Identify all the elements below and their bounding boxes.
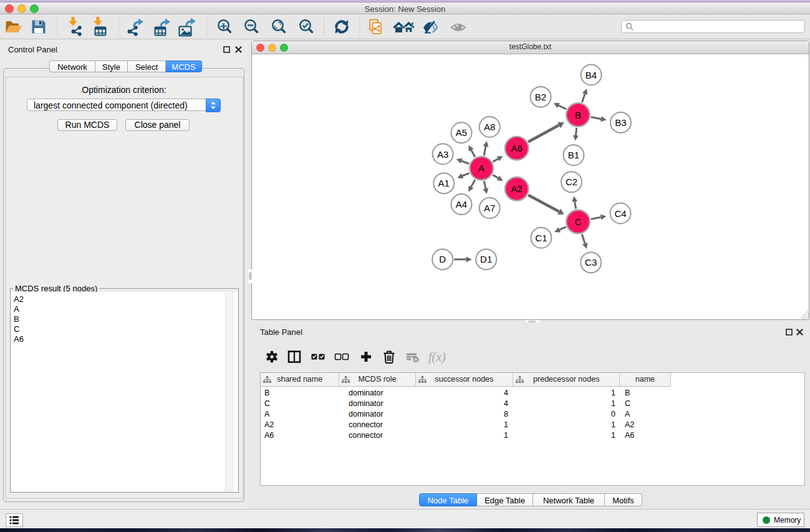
svg-text:B4: B4 xyxy=(586,70,597,80)
svg-text:C1: C1 xyxy=(535,233,547,243)
svg-text:B2: B2 xyxy=(535,92,546,102)
svg-text:A: A xyxy=(478,163,485,173)
svg-text:A8: A8 xyxy=(484,122,495,132)
svg-text:A7: A7 xyxy=(484,203,495,213)
svg-text:B3: B3 xyxy=(615,117,626,128)
svg-text:A6: A6 xyxy=(511,143,523,153)
svg-text:B: B xyxy=(575,110,581,120)
svg-text:B1: B1 xyxy=(568,150,579,160)
svg-text:C4: C4 xyxy=(614,208,626,219)
svg-text:A2: A2 xyxy=(511,183,523,194)
svg-text:D: D xyxy=(439,254,446,264)
svg-text:C: C xyxy=(575,216,582,227)
svg-text:C3: C3 xyxy=(585,257,597,268)
svg-text:A5: A5 xyxy=(456,127,467,138)
svg-text:f(x): f(x) xyxy=(428,350,446,364)
svg-text:C2: C2 xyxy=(566,177,577,187)
svg-text:A1: A1 xyxy=(438,178,450,188)
svg-text:D1: D1 xyxy=(480,254,492,264)
svg-text:A3: A3 xyxy=(437,149,448,160)
svg-text:A4: A4 xyxy=(456,199,467,210)
